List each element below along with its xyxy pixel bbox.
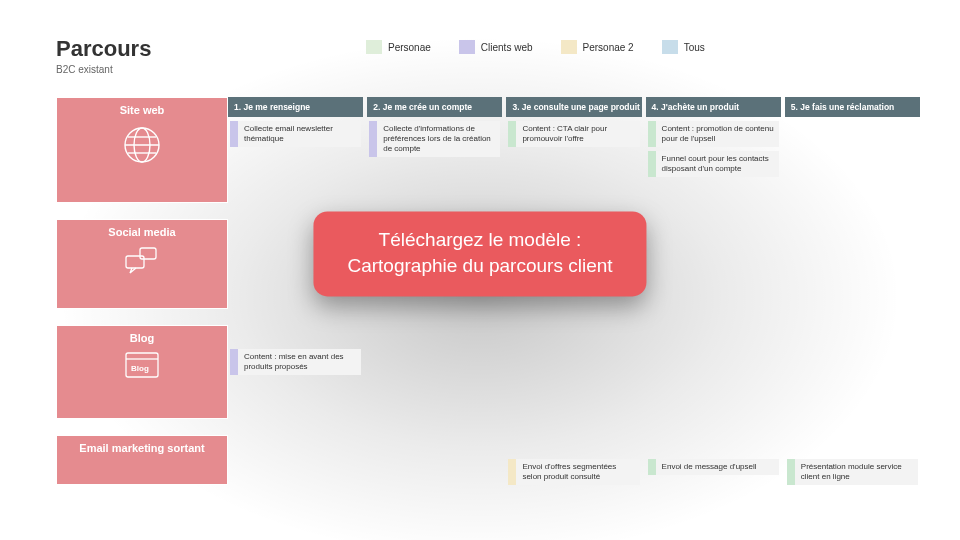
- card: Envoi d'offres segmentées selon produit …: [508, 459, 639, 485]
- page-title: Parcours: [56, 36, 236, 62]
- lane-site-web: Collecte email newsletter thématique Col…: [228, 119, 920, 225]
- matrix: 1. Je me renseigne 2. Je me crée un comp…: [228, 97, 920, 517]
- row-header-blog: Blog Blog: [56, 325, 228, 419]
- card: Collecte d'informations de préférences l…: [369, 121, 500, 157]
- card: Collecte email newsletter thématique: [230, 121, 361, 147]
- svg-text:Blog: Blog: [131, 364, 149, 373]
- persona-label: Tous: [684, 42, 705, 53]
- column-headers: 1. Je me renseigne 2. Je me crée un comp…: [228, 97, 920, 117]
- persona-item: Clients web: [459, 40, 533, 54]
- card: Content : CTA clair pour promouvoir l'of…: [508, 121, 639, 147]
- persona-label: Personae: [388, 42, 431, 53]
- cell: Content : mise en avant des produits pro…: [228, 347, 363, 441]
- card: Content : promotion de contenu pour de l…: [648, 121, 779, 147]
- globe-icon: [119, 122, 165, 170]
- persona-label: Personae 2: [583, 42, 634, 53]
- card: Envoi de message d'upsell: [648, 459, 779, 475]
- row-headers: Site web Social media: [56, 97, 228, 517]
- cta-line2: Cartographie du parcours client: [347, 254, 612, 281]
- card: Content : mise en avant des produits pro…: [230, 349, 361, 375]
- swatch-icon: [662, 40, 678, 54]
- card: Présentation module service client en li…: [787, 459, 918, 485]
- cell: Envoi de message d'upsell: [646, 457, 781, 507]
- row-label: Social media: [108, 226, 175, 238]
- cell: Collecte d'informations de préférences l…: [367, 119, 502, 225]
- cell: Content : promotion de contenu pour de l…: [646, 119, 781, 225]
- svg-rect-6: [140, 248, 156, 259]
- lane-email-marketing: Envoi d'offres segmentées selon produit …: [228, 457, 920, 507]
- row-label: Site web: [120, 104, 165, 116]
- cell: Content : CTA clair pour promouvoir l'of…: [506, 119, 641, 225]
- svg-rect-5: [126, 256, 144, 268]
- header: Parcours B2C existant Personae Clients w…: [56, 36, 920, 75]
- swatch-icon: [366, 40, 382, 54]
- persona-legend: Personae Clients web Personae 2 Tous: [236, 40, 920, 54]
- cell: Présentation module service client en li…: [785, 457, 920, 507]
- swatch-icon: [561, 40, 577, 54]
- col-header: 5. Je fais une réclamation: [785, 97, 920, 117]
- title-block: Parcours B2C existant: [56, 36, 236, 75]
- lane-blog: Content : mise en avant des produits pro…: [228, 347, 920, 441]
- journey-grid: Site web Social media: [56, 97, 920, 517]
- col-header: 3. Je consulte une page produit: [506, 97, 641, 117]
- col-header: 2. Je me crée un compte: [367, 97, 502, 117]
- persona-label: Clients web: [481, 42, 533, 53]
- swatch-icon: [459, 40, 475, 54]
- col-header: 1. Je me renseigne: [228, 97, 363, 117]
- row-header-social-media: Social media: [56, 219, 228, 309]
- col-header: 4. J'achète un produit: [646, 97, 781, 117]
- persona-item: Tous: [662, 40, 705, 54]
- blog-window-icon: Blog: [123, 350, 161, 382]
- persona-item: Personae 2: [561, 40, 634, 54]
- card: Funnel court pour les contacts disposant…: [648, 151, 779, 177]
- download-cta-button[interactable]: Téléchargez le modèle : Cartographie du …: [313, 211, 646, 296]
- cell: Collecte email newsletter thématique: [228, 119, 363, 225]
- row-header-email-marketing: Email marketing sortant: [56, 435, 228, 485]
- row-header-site-web: Site web: [56, 97, 228, 203]
- page-subtitle: B2C existant: [56, 64, 236, 75]
- slide: Parcours B2C existant Personae Clients w…: [0, 0, 960, 540]
- chat-bubbles-icon: [122, 244, 162, 280]
- cta-line1: Téléchargez le modèle :: [347, 227, 612, 254]
- cell: [785, 119, 920, 225]
- row-label: Email marketing sortant: [79, 442, 204, 454]
- cell: Envoi d'offres segmentées selon produit …: [506, 457, 641, 507]
- persona-item: Personae: [366, 40, 431, 54]
- row-label: Blog: [130, 332, 154, 344]
